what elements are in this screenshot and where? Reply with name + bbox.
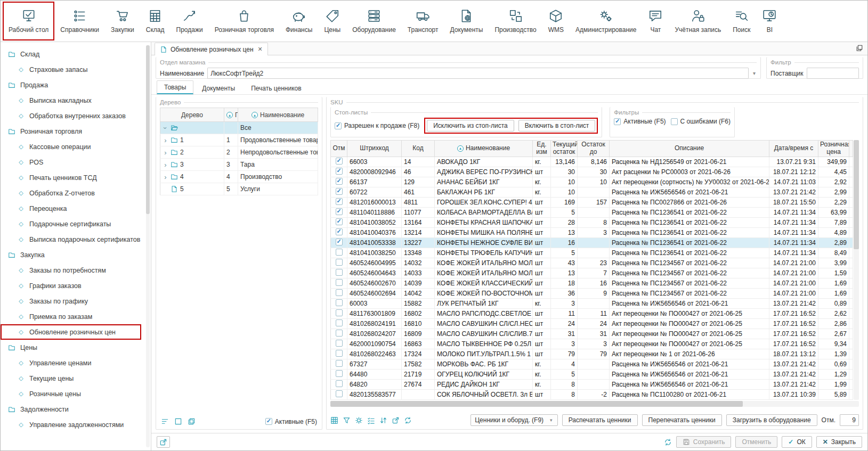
tree-row[interactable]: 55Услуги	[160, 183, 318, 195]
table-row[interactable]: 481176300180916802МАСЛО РАПС/ПОДС.СВЕТЛО…	[331, 308, 853, 318]
col-code[interactable]: Код	[402, 141, 435, 157]
sidebar-group[interactable]: Розничная торговля	[1, 124, 151, 139]
table-row[interactable]: 460524600464314033КОФЕ ЖОКЕЙ ИТАЛЬЯНО МО…	[331, 268, 853, 278]
subtab[interactable]: Документы	[194, 81, 242, 94]
row-checkbox[interactable]	[336, 340, 343, 347]
col-price[interactable]: Розничная цена	[818, 141, 849, 157]
sidebar-scrollbar[interactable]	[146, 45, 150, 447]
allowed-for-sale-checkbox[interactable]	[335, 122, 342, 129]
refresh-icon[interactable]	[664, 438, 672, 446]
subtab[interactable]: Товары	[157, 80, 193, 94]
table-row[interactable]: 6482027674РЕДИС ДАЙКОН 1КГкг.8Расценка №…	[331, 379, 853, 389]
save-button[interactable]: Сохранить	[676, 436, 732, 448]
row-checkbox[interactable]	[336, 380, 343, 387]
sku-vertical-scrollbar[interactable]	[854, 140, 859, 400]
table-row[interactable]: 481026802419116810МАСЛО САВУШКИН СЛ/СЛ.Н…	[331, 318, 853, 329]
table-row[interactable]: 48120160000134811ГОРОШЕК ЗЕЛ.КОНС.СУПЕР!…	[331, 197, 853, 207]
row-checkbox[interactable]	[336, 269, 343, 276]
print-labels-button[interactable]: Распечатать ценники	[562, 414, 638, 426]
toolbar-item-account[interactable]: Учётная запись	[669, 2, 727, 40]
sidebar-scrollbar-thumb[interactable]	[146, 45, 150, 214]
sidebar-group[interactable]: Закупка	[1, 247, 151, 263]
row-checkbox[interactable]	[336, 178, 343, 185]
sidebar-item[interactable]: ◇Страховые запасы	[1, 62, 151, 77]
device-select[interactable]: Ценники и оборуд. (F9) ▾	[470, 414, 557, 426]
sidebar-item[interactable]: ◇Переоценка	[1, 201, 151, 216]
tree-col-header[interactable]: Дерево	[160, 108, 224, 122]
table-row[interactable]: 462000109075416863МАСЛО ТЫКВЕННОЕ РФ 0.2…	[331, 339, 853, 349]
sidebar-item[interactable]: ◇Заказы по графику	[1, 293, 151, 309]
sidebar-item[interactable]: ◇Обработка Z-отчетов	[1, 185, 151, 201]
include-in-stoplist-button[interactable]: Включить в стоп-лист	[518, 120, 596, 132]
supplier-input[interactable]	[807, 68, 859, 79]
ok-button[interactable]: ✓ ОК	[782, 436, 812, 448]
toolbar-item-wms[interactable]: WMS	[542, 2, 570, 40]
grid-view-icon[interactable]	[330, 416, 338, 424]
refresh-data-icon[interactable]	[404, 416, 412, 424]
toolbar-item-transport[interactable]: Транспорт	[402, 2, 444, 40]
row-checkbox[interactable]	[336, 208, 343, 215]
row-checkbox[interactable]	[336, 218, 343, 225]
table-row[interactable]: 481041003805213164КОНФЕТЫ КРАСНАЯ ШАПОЧК…	[331, 217, 853, 227]
toolbar-item-catalogs[interactable]: Справочники	[54, 2, 105, 40]
sidebar-group[interactable]: Склад	[1, 46, 151, 62]
table-row[interactable]: 66137129АНАНАС БЕЙБИ 1КГкг.1010Акт перео…	[331, 177, 853, 187]
table-row[interactable]: 481041005333813227КОНФЕТЫ НЕЖНОЕ СУФЛЕ В…	[331, 237, 853, 248]
store-name-dropdown-icon[interactable]: ▾	[752, 70, 757, 76]
toolbar-item-production[interactable]: Производство	[489, 2, 542, 40]
open-external-icon[interactable]	[392, 416, 400, 424]
tree-active-checkbox[interactable]	[265, 418, 272, 425]
restore-window-icon[interactable]	[856, 44, 863, 52]
close-button[interactable]: ✕ Закрыть	[816, 436, 862, 448]
sidebar-item[interactable]: ◇Графики заказов	[1, 278, 151, 293]
row-checkbox[interactable]	[336, 350, 343, 357]
toolbar-item-prices[interactable]: Цены	[318, 2, 346, 40]
row-checkbox[interactable]	[336, 198, 343, 205]
col-description[interactable]: Описание	[610, 141, 769, 157]
row-checkbox[interactable]	[336, 168, 343, 175]
reprint-labels-button[interactable]: Перепечатать ценники	[642, 414, 722, 426]
single-window-icon[interactable]	[174, 417, 182, 425]
tab-price-update[interactable]: Обновление розничных цен ✕	[155, 43, 268, 55]
table-row[interactable]: 481026802246317324МОЛОКО ПИТ.УЛЬТРАП.1.5…	[331, 349, 853, 359]
sidebar-group[interactable]: Цены	[1, 340, 151, 355]
toolbar-item-purchases[interactable]: Закупки	[105, 2, 140, 40]
tree-row[interactable]: ›44Производство	[160, 171, 318, 183]
active-filter[interactable]: Активные (F5)	[614, 118, 666, 125]
tree-row[interactable]: ›Все	[160, 122, 318, 134]
chevron-right-icon[interactable]: ›	[163, 174, 168, 180]
checklist-icon[interactable]	[367, 416, 375, 424]
row-checkbox[interactable]	[336, 289, 343, 296]
table-row[interactable]: 4820135583577СОК ЯБЛОЧНЫЙ ОСВЕТЛ. 3л BRA…	[331, 389, 853, 399]
sku-horizontal-scrollbar[interactable]	[330, 401, 859, 407]
cascade-windows-icon[interactable]	[188, 417, 196, 425]
chevron-right-icon[interactable]: ›	[163, 162, 168, 168]
sidebar-item[interactable]: ◇Подарочные сертификаты	[1, 216, 151, 232]
sort-order-icon[interactable]	[379, 416, 387, 424]
row-checkbox[interactable]	[336, 319, 343, 326]
active-checkbox[interactable]	[614, 118, 621, 125]
col-unit[interactable]: Ед. изм	[533, 141, 551, 157]
toolbar-item-administration[interactable]: Администрирование	[570, 2, 642, 40]
toolbar-item-sales[interactable]: Продажи	[171, 2, 209, 40]
tree-row[interactable]: ›22Непродовольственные товары	[160, 146, 318, 159]
cancel-button[interactable]: Отменить	[735, 436, 777, 448]
tab-close-icon[interactable]: ✕	[258, 46, 263, 53]
sku-hscroll-thumb[interactable]	[330, 401, 743, 407]
toolbar-item-finance[interactable]: Финансы	[280, 2, 318, 40]
toolbar-item-bi[interactable]: BI	[756, 2, 783, 40]
sidebar-item[interactable]: ◇Кассовые операции	[1, 139, 151, 154]
row-checkbox[interactable]	[336, 239, 343, 245]
sidebar-item[interactable]: ◇Обработка внутренних заказов	[1, 108, 151, 124]
allowed-for-sale-filter[interactable]: Разрешен к продаже (F8)	[335, 122, 419, 129]
sidebar-item[interactable]: ◇Приемка по заказам	[1, 309, 151, 324]
sidebar-item[interactable]: ◇Выписка подарочных сертификатов	[1, 232, 151, 247]
table-row[interactable]: 481104011888611077КОЛБАСА ВАР.МОРТАДЕЛЛА…	[331, 207, 853, 217]
row-checkbox[interactable]	[336, 309, 343, 316]
load-to-equipment-button[interactable]: Загрузить в оборудование	[726, 414, 817, 426]
table-row[interactable]: 60722461БАКЛАЖАН РБ 1КГкг.10Расценка № И…	[331, 187, 853, 197]
col-barcode[interactable]: Штрихкод	[347, 141, 402, 157]
errors-checkbox[interactable]	[671, 118, 678, 125]
col-remaining[interactable]: Остаток до	[578, 141, 610, 157]
tree-active-filter[interactable]: Активные (F5)	[265, 418, 317, 425]
